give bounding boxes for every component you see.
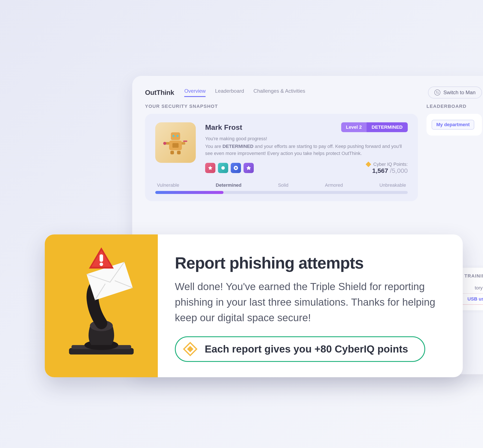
notification-title: Report phishing attempts <box>175 254 448 272</box>
leaderboard-card: My department <box>426 114 482 136</box>
progress-bar <box>155 191 408 194</box>
reward-text: Each report gives you +80 CyberIQ points <box>205 343 408 355</box>
dashboard-header: OutThink Overview Leaderboard Challenges… <box>145 87 482 98</box>
svg-rect-9 <box>170 151 174 154</box>
notification-body: Well done! You've earned the Triple Shie… <box>175 279 448 326</box>
level-badge: Level 2 DETERMINED <box>341 122 408 132</box>
snapshot-card: Mark Frost Level 2 DETERMINED You're mak… <box>145 114 418 201</box>
svg-rect-4 <box>172 143 179 148</box>
level-number: Level 2 <box>341 122 367 132</box>
stage-armored: Armored <box>325 183 343 188</box>
stage-unbreakable: Unbreakable <box>379 183 406 188</box>
achievement-badges <box>205 163 254 173</box>
reward-pill: Each report gives you +80 CyberIQ points <box>175 336 425 362</box>
nav-tabs: Overview Leaderboard Challenges & Activi… <box>184 88 305 97</box>
stage-determined: Determined <box>216 183 242 188</box>
notification-illustration <box>45 234 158 377</box>
svg-rect-10 <box>177 151 181 154</box>
iq-diamond-icon <box>183 342 197 356</box>
leaderboard-filter-chip[interactable]: My department <box>432 120 474 130</box>
iq-diamond-icon <box>366 161 371 167</box>
svg-point-7 <box>163 142 166 145</box>
avatar <box>155 122 196 163</box>
snapshot-section-label: YOUR SECURITY SNAPSHOT <box>145 104 418 109</box>
user-name: Mark Frost <box>205 123 242 131</box>
progress-description: You are DETERMINED and your efforts are … <box>205 143 408 157</box>
svg-rect-18 <box>100 255 103 262</box>
leaderboard-section-label: LEADERBOARD <box>426 104 482 109</box>
svg-rect-8 <box>183 140 187 142</box>
tab-overview[interactable]: Overview <box>184 88 205 97</box>
svg-rect-5 <box>166 142 169 145</box>
svg-point-11 <box>221 166 225 170</box>
badge-icon[interactable] <box>231 163 241 173</box>
svg-rect-0 <box>171 132 180 140</box>
cyber-iq-points: Cyber IQ Points: 1,567 /5,000 <box>366 161 408 174</box>
stage-vulnerable: Vulnerable <box>157 183 179 188</box>
progress-headline: You're making good progress! <box>205 136 408 142</box>
badge-icon[interactable] <box>218 163 228 173</box>
svg-point-2 <box>177 135 179 137</box>
swap-icon <box>434 89 440 96</box>
svg-point-1 <box>172 135 175 137</box>
level-label: DETERMINED <box>367 122 408 132</box>
badge-icon[interactable] <box>205 163 215 173</box>
svg-rect-6 <box>182 142 185 145</box>
points-max: /5,000 <box>390 167 408 174</box>
svg-point-19 <box>100 263 103 266</box>
notification-card: Report phishing attempts Well done! You'… <box>45 234 463 377</box>
progress-fill <box>155 191 223 194</box>
switch-role-button[interactable]: Switch to Man <box>428 87 482 98</box>
points-current: 1,567 <box>372 167 388 174</box>
tab-leaderboard[interactable]: Leaderboard <box>215 88 244 97</box>
tab-challenges[interactable]: Challenges & Activities <box>254 88 305 97</box>
badge-icon[interactable] <box>244 163 254 173</box>
switch-role-label: Switch to Man <box>443 89 475 96</box>
brand-logo: OutThink <box>145 89 174 96</box>
progress-stages: Vulnerable Determined Solid Armored Unbr… <box>155 183 408 188</box>
stage-solid: Solid <box>278 183 288 188</box>
